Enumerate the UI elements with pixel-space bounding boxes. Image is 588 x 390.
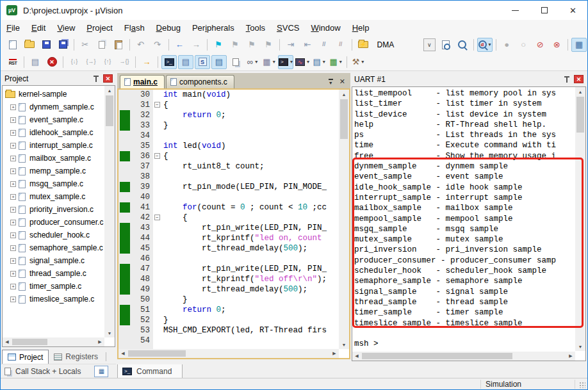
menu-peripherals[interactable]: Peripherals: [186, 20, 240, 36]
uart-console[interactable]: list_mempool - list memory pool in sysli…: [352, 86, 586, 361]
scroll-thumb[interactable]: [106, 95, 113, 126]
expand-icon[interactable]: +: [10, 245, 16, 251]
disable-all-breakpoints-button[interactable]: ⊘: [532, 38, 548, 52]
reset-button[interactable]: RST: [5, 55, 20, 69]
cut-button[interactable]: ✂: [78, 38, 93, 52]
find-in-files-button[interactable]: [438, 38, 453, 52]
pin-icon[interactable]: [564, 76, 570, 83]
dropdown-caret-icon[interactable]: ▾: [255, 59, 257, 65]
indent-button[interactable]: ⇥: [283, 38, 298, 52]
scroll-down-icon[interactable]: ▼: [339, 340, 348, 349]
expand-icon[interactable]: +: [10, 130, 16, 136]
download-flash-button[interactable]: ⚡: [355, 38, 371, 52]
dropdown-caret-icon[interactable]: ▾: [307, 59, 309, 65]
expand-icon[interactable]: +: [10, 156, 16, 161]
scroll-left-icon[interactable]: ◀: [352, 352, 361, 361]
copy-button[interactable]: [94, 38, 110, 52]
symbol-window-button[interactable]: S: [195, 55, 210, 69]
expand-icon[interactable]: +: [10, 232, 16, 238]
tab-project[interactable]: Project: [2, 350, 49, 364]
watch-window-button[interactable]: ∞▾: [245, 55, 260, 69]
scroll-up-icon[interactable]: ▲: [576, 87, 585, 96]
command-window-button[interactable]: >_: [161, 55, 177, 69]
tree-item[interactable]: +timer_sample.c: [3, 280, 104, 293]
tree-item[interactable]: +scheduler_hook.c: [3, 229, 104, 241]
logic-analyzer-button[interactable]: ∿▾: [295, 55, 310, 69]
debug-settings-button[interactable]: ⚒▾: [350, 55, 366, 69]
tree-item[interactable]: +mutex_sample.c: [3, 190, 104, 203]
project-vscroll[interactable]: ▲ ▼: [104, 86, 115, 337]
editor-hscroll[interactable]: ◀ ▶: [118, 349, 339, 358]
undo-button[interactable]: ↶: [133, 38, 149, 52]
tab-main-c[interactable]: main.c: [120, 75, 165, 88]
uart-vscroll[interactable]: ▲ ▼: [575, 87, 585, 351]
callstack-grid-button[interactable]: ▦: [94, 366, 108, 377]
prev-bookmark-button[interactable]: ⚑: [244, 38, 259, 52]
fold-icon[interactable]: −: [154, 102, 160, 108]
tree-root[interactable]: kernel-sample: [3, 88, 104, 101]
expand-icon[interactable]: +: [10, 104, 16, 110]
expand-icon[interactable]: +: [10, 220, 16, 225]
chevron-down-icon[interactable]: ∨: [423, 38, 436, 51]
tab-command[interactable]: >_ Command: [117, 364, 183, 378]
dropdown-caret-icon[interactable]: ▾: [489, 42, 491, 47]
tree-item[interactable]: +signal_sample.c: [3, 254, 104, 267]
scroll-right-icon[interactable]: ▶: [95, 337, 104, 346]
scroll-thumb[interactable]: [576, 97, 584, 133]
tree-item[interactable]: +msgq_sample.c: [3, 177, 104, 190]
close-button[interactable]: ✕: [559, 1, 587, 20]
unindent-button[interactable]: ⇤: [300, 38, 315, 52]
scroll-thumb[interactable]: [128, 350, 186, 357]
tree-item[interactable]: +memp_sample.c: [3, 165, 104, 177]
project-close-icon[interactable]: ✕: [103, 74, 113, 83]
memory-window-button[interactable]: ▦▾: [261, 55, 277, 69]
tree-item[interactable]: +interrupt_sample.c: [3, 139, 104, 152]
resize-grip-icon[interactable]: [579, 382, 585, 388]
system-viewer-button[interactable]: ▤▾: [311, 55, 327, 69]
registers-window-button[interactable]: ▤: [211, 55, 227, 69]
show-next-statement-button[interactable]: →: [139, 55, 154, 69]
scroll-thumb[interactable]: [12, 339, 47, 345]
tree-item[interactable]: +idlehook_sample.c: [3, 126, 104, 139]
expand-icon[interactable]: +: [10, 181, 16, 187]
target-select[interactable]: DMA∨: [373, 38, 436, 51]
stop-button[interactable]: ✕: [44, 55, 60, 69]
tree-item[interactable]: +timeslice_sample.c: [3, 293, 104, 305]
expand-icon[interactable]: +: [10, 143, 16, 149]
dropdown-caret-icon[interactable]: ▾: [361, 59, 364, 65]
step-over-button[interactable]: {→}: [83, 55, 99, 69]
serial-window-button[interactable]: >▾: [278, 55, 293, 69]
comment-button[interactable]: //: [316, 38, 332, 52]
save-all-button[interactable]: [55, 38, 70, 52]
code-editor[interactable]: 3031323334353637383940414243444546474849…: [117, 88, 350, 359]
open-file-button[interactable]: [22, 38, 37, 52]
redo-button[interactable]: ↷: [150, 38, 165, 52]
navigate-forward-button[interactable]: →: [188, 38, 204, 52]
navigate-back-button[interactable]: ←: [172, 38, 187, 52]
expand-icon[interactable]: +: [10, 194, 16, 200]
menu-tools[interactable]: Tools: [240, 20, 271, 36]
expand-icon[interactable]: +: [10, 271, 16, 277]
fold-icon[interactable]: −: [154, 215, 160, 220]
kill-all-breakpoints-button[interactable]: ⊗: [549, 38, 564, 52]
paste-button[interactable]: [111, 38, 126, 52]
step-out-button[interactable]: {↑}: [100, 55, 115, 69]
uart-close-icon[interactable]: ✕: [574, 75, 584, 83]
expand-icon[interactable]: +: [10, 168, 16, 174]
scroll-thumb[interactable]: [362, 353, 512, 359]
call-stack-window-button[interactable]: [228, 55, 243, 69]
menu-help[interactable]: Help: [347, 20, 375, 36]
code-text[interactable]: int main(void)−{ return 0;}int led(void)…: [153, 90, 339, 349]
project-tree[interactable]: kernel-sample+dynmem_sample.c+event_samp…: [2, 85, 115, 347]
project-hscroll[interactable]: ◀ ▶: [3, 337, 104, 346]
enable-breakpoint-button[interactable]: ○: [516, 38, 531, 52]
toolbox-button[interactable]: ▦▾: [328, 55, 343, 69]
expand-icon[interactable]: +: [10, 207, 16, 213]
dropdown-caret-icon[interactable]: ▾: [290, 59, 293, 65]
minimize-button[interactable]: [501, 1, 530, 20]
save-button[interactable]: [38, 38, 54, 52]
uncomment-button[interactable]: //: [333, 38, 348, 52]
expand-icon[interactable]: +: [10, 117, 16, 123]
uart-hscroll[interactable]: ◀ ▶: [352, 352, 575, 361]
scroll-thumb[interactable]: [340, 99, 348, 139]
